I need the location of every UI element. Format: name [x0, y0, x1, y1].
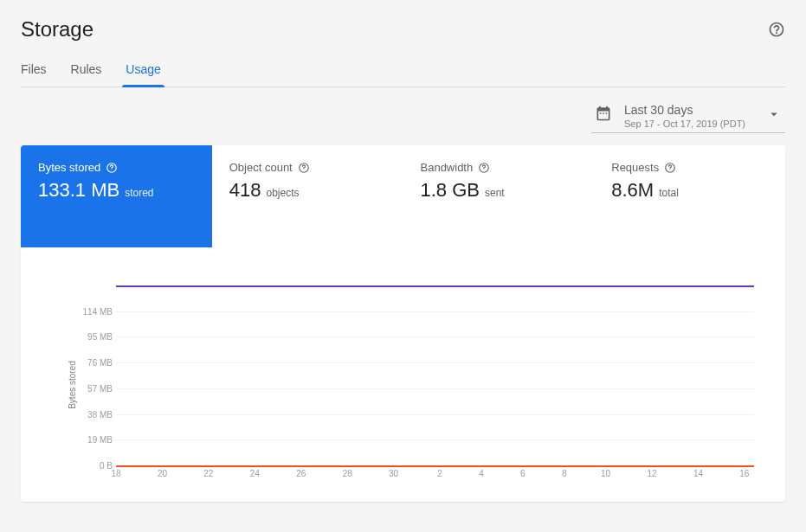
chart-xtick: 16	[739, 469, 749, 484]
tab-usage[interactable]: Usage	[126, 62, 160, 87]
metric-bytes-stored[interactable]: Bytes stored 133.1 MB stored	[21, 145, 212, 247]
usage-card: Bytes stored 133.1 MB stored Object coun…	[21, 145, 785, 502]
chart-xtick: 26	[296, 469, 306, 484]
info-icon	[664, 162, 676, 174]
chart-ytick: 38 MB	[74, 409, 113, 419]
tab-bar: Files Rules Usage	[21, 62, 785, 87]
chart-xaxis: 18202224262830246810121416	[116, 469, 754, 484]
chart-ytick: 0 B	[74, 461, 113, 471]
chart-xtick: 18	[111, 469, 120, 484]
help-button[interactable]	[768, 21, 785, 38]
metric-label-text: Requests	[611, 161, 659, 174]
metric-object-count[interactable]: Object count 418 objects	[212, 145, 403, 247]
info-icon	[106, 162, 118, 174]
chart-xtick: 2	[437, 469, 442, 484]
metric-label-text: Bandwidth	[421, 161, 474, 174]
chart-xtick: 30	[389, 469, 398, 484]
chart-ytick: 95 MB	[74, 332, 113, 342]
calendar-icon	[595, 105, 612, 122]
date-range-label: Last 30 days	[624, 103, 754, 117]
info-icon	[298, 162, 310, 174]
metric-suffix: total	[659, 187, 679, 199]
chart-xtick: 4	[479, 469, 484, 484]
svg-point-5	[484, 170, 485, 170]
tab-rules[interactable]: Rules	[71, 62, 102, 87]
chart-xtick: 24	[250, 469, 260, 484]
metric-value: 8.6M	[611, 179, 654, 202]
svg-point-1	[112, 170, 113, 170]
chart-ytick: 57 MB	[74, 383, 113, 393]
metric-label-text: Bytes stored	[38, 161, 100, 174]
metric-requests[interactable]: Requests 8.6M total	[594, 145, 785, 247]
chart-xtick: 10	[601, 469, 610, 484]
date-range-detail: Sep 17 - Oct 17, 2019 (PDT)	[624, 119, 754, 129]
metric-label-text: Object count	[229, 161, 293, 174]
svg-point-7	[670, 170, 671, 170]
metric-value: 418	[229, 179, 261, 202]
metric-tabs: Bytes stored 133.1 MB stored Object coun…	[21, 145, 785, 247]
chart-xtick: 20	[158, 469, 167, 484]
chevron-down-icon	[766, 106, 782, 122]
help-icon	[768, 21, 785, 38]
metric-suffix: objects	[266, 187, 299, 199]
chart-ytick: 19 MB	[74, 435, 113, 445]
page-title: Storage	[21, 17, 93, 42]
chart-series-line	[116, 465, 754, 467]
chart-xtick: 12	[647, 469, 656, 484]
chart-xtick: 14	[693, 469, 703, 484]
chart-xtick: 28	[343, 469, 352, 484]
metric-suffix: sent	[485, 187, 505, 199]
tab-files[interactable]: Files	[21, 62, 47, 87]
chart-xtick: 22	[203, 469, 213, 484]
date-range-selector[interactable]: Last 30 days Sep 17 - Oct 17, 2019 (PDT)	[591, 103, 785, 133]
chart-series-line	[116, 285, 754, 287]
metric-value: 133.1 MB	[38, 179, 119, 202]
info-icon	[478, 162, 490, 174]
svg-point-3	[303, 170, 304, 170]
metric-value: 1.8 GB	[421, 179, 480, 202]
metric-suffix: stored	[125, 187, 153, 199]
usage-chart: Bytes stored 0 B19 MB38 MB57 MB76 MB95 M…	[74, 285, 761, 484]
chart-xtick: 6	[520, 469, 526, 484]
chart-ytick: 76 MB	[74, 358, 113, 368]
chart-ytick: 114 MB	[74, 306, 113, 316]
metric-bandwidth[interactable]: Bandwidth 1.8 GB sent	[403, 145, 595, 247]
chart-xtick: 8	[562, 469, 567, 484]
